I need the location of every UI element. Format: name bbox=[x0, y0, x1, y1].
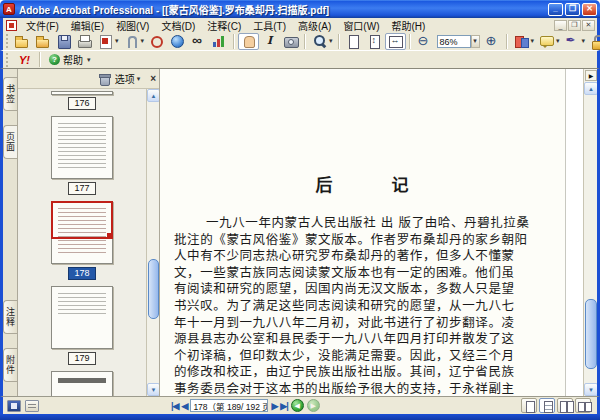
organizer-button[interactable] bbox=[32, 33, 53, 50]
review-button[interactable] bbox=[146, 33, 167, 50]
thumbnail-page-image[interactable] bbox=[51, 201, 113, 264]
scroll-up-icon[interactable]: ▲ bbox=[584, 82, 597, 95]
note-tool-button[interactable]: ▾ bbox=[536, 33, 562, 50]
thumbnail-viewbox[interactable] bbox=[51, 201, 113, 239]
fit-width-button[interactable] bbox=[385, 33, 406, 50]
page-thumbnail-177[interactable]: 177 bbox=[51, 116, 113, 201]
next-page-button[interactable]: ▶ bbox=[271, 401, 277, 411]
thumbnail-page-image[interactable] bbox=[51, 371, 113, 396]
panel-close-icon[interactable]: × bbox=[150, 73, 156, 84]
yahoo-button[interactable]: Y! bbox=[13, 52, 36, 68]
scroll-down-icon[interactable]: ▼ bbox=[147, 383, 159, 396]
toolbar-grip[interactable] bbox=[6, 53, 10, 67]
page-thumbnail-179[interactable]: 179 bbox=[51, 286, 113, 371]
save-button[interactable] bbox=[53, 33, 74, 50]
snapshot-tool-button[interactable] bbox=[280, 33, 301, 50]
status-tray-icon-1[interactable] bbox=[7, 400, 21, 412]
options-menu[interactable]: 选项 bbox=[115, 71, 135, 86]
page-number-field[interactable]: 178（第 189/ 192 页） bbox=[190, 399, 268, 412]
chevron-down-icon[interactable]: ▾ bbox=[141, 37, 145, 45]
layout-single-page-button[interactable] bbox=[521, 398, 537, 413]
doc-minimize-button[interactable]: _ bbox=[554, 20, 567, 31]
minimize-button[interactable]: _ bbox=[548, 3, 563, 16]
scroll-down-icon[interactable]: ▼ bbox=[584, 383, 597, 396]
thumbnail-page-number[interactable]: 176 bbox=[68, 97, 95, 110]
actual-size-button[interactable] bbox=[343, 33, 364, 50]
create-pdf-button[interactable]: ▾ bbox=[95, 33, 121, 50]
menu-tools[interactable]: 工具(T) bbox=[247, 21, 292, 32]
usage-rights-button[interactable] bbox=[209, 33, 230, 50]
thumbnail-page-image[interactable] bbox=[51, 286, 113, 349]
zoom-level-combo[interactable]: 86%▾ bbox=[437, 35, 480, 48]
previous-view-button[interactable]: ◀ bbox=[291, 399, 304, 412]
status-tray-icon-2[interactable] bbox=[25, 400, 39, 412]
zoom-out-button[interactable] bbox=[414, 33, 435, 50]
title-bar[interactable]: A Adobe Acrobat Professional - [[蒙古风俗鉴].… bbox=[0, 0, 600, 18]
toolbar-separator bbox=[233, 34, 235, 49]
search-button[interactable] bbox=[188, 33, 209, 50]
close-button[interactable]: ✕ bbox=[582, 3, 597, 16]
menu-advanced[interactable]: 高级(A) bbox=[292, 21, 337, 32]
nav-tab-comments[interactable]: 注释 bbox=[3, 300, 17, 334]
toolbar-grip[interactable] bbox=[6, 34, 8, 48]
scroll-up-icon[interactable]: ▲ bbox=[147, 89, 159, 102]
zoom-in-button[interactable] bbox=[482, 33, 503, 50]
fit-page-button[interactable] bbox=[364, 33, 385, 50]
maximize-button[interactable]: ❐ bbox=[565, 3, 580, 16]
menu-view[interactable]: 视图(V) bbox=[110, 21, 155, 32]
scrollbar-thumb[interactable] bbox=[148, 259, 159, 319]
chevron-down-icon[interactable]: ▾ bbox=[556, 37, 560, 45]
nav-tab-pages[interactable]: 页面 bbox=[3, 125, 17, 159]
layout-continuous-facing-button[interactable] bbox=[557, 398, 573, 413]
panel-scrollbar[interactable]: ▲ ▼ bbox=[146, 89, 159, 396]
sign-button[interactable]: ▾ bbox=[562, 33, 588, 50]
chevron-down-icon[interactable]: ▾ bbox=[329, 37, 333, 45]
viewbox-resize-handle[interactable] bbox=[107, 233, 112, 238]
thumbnail-page-sliver[interactable] bbox=[51, 91, 113, 95]
menu-help[interactable]: 帮助(H) bbox=[385, 21, 431, 32]
chevron-down-icon[interactable]: ▾ bbox=[115, 37, 119, 45]
thumbnail-page-image[interactable] bbox=[51, 116, 113, 179]
thumbnail-page-number[interactable]: 177 bbox=[68, 182, 95, 195]
zoom-tool-button[interactable]: ▾ bbox=[309, 33, 335, 50]
print-button[interactable] bbox=[74, 33, 95, 50]
menu-edit[interactable]: 编辑(E) bbox=[65, 21, 110, 32]
document-icon[interactable] bbox=[6, 20, 17, 31]
thumbnail-page-number[interactable]: 178 bbox=[68, 267, 95, 280]
nav-tab-attachments[interactable]: 附件 bbox=[3, 348, 17, 382]
menu-comments[interactable]: 注释(C) bbox=[201, 21, 247, 32]
document-scrollbar[interactable]: ▶ ▲ ▼ bbox=[583, 69, 597, 396]
pdf-page[interactable]: 后 记 一九八一年内蒙古人民出版社 出 版了由哈、丹碧扎拉桑批注的《蒙古风俗鉴》… bbox=[160, 69, 565, 396]
next-view-button[interactable]: ▶ bbox=[307, 399, 320, 412]
trash-icon[interactable] bbox=[96, 71, 113, 86]
chevron-down-icon[interactable]: ▾ bbox=[471, 35, 480, 48]
secure-button[interactable]: ▾ bbox=[587, 33, 600, 50]
select-tool-button[interactable] bbox=[259, 33, 280, 50]
scrollbar-thumb[interactable] bbox=[585, 299, 597, 369]
chevron-down-icon[interactable]: ▾ bbox=[531, 37, 535, 45]
help-button[interactable]: ? 帮助 ▾ bbox=[44, 52, 96, 68]
menu-document[interactable]: 文档(D) bbox=[155, 21, 201, 32]
page-thumbnail-180[interactable] bbox=[51, 371, 113, 396]
layout-continuous-button[interactable] bbox=[539, 398, 555, 413]
doc-close-button[interactable]: ✕ bbox=[582, 20, 595, 31]
hand-tool-button[interactable] bbox=[238, 33, 259, 50]
page-thumbnail-176[interactable]: 176 bbox=[51, 91, 113, 116]
scrollbar-options-icon[interactable]: ▶ bbox=[585, 70, 597, 81]
page-thumbnail-178[interactable]: 178 bbox=[51, 201, 113, 286]
menu-file[interactable]: 文件(F) bbox=[20, 21, 65, 32]
first-page-button[interactable]: |◀ bbox=[171, 401, 178, 411]
doc-restore-button[interactable]: ❐ bbox=[568, 20, 581, 31]
organizer-folder-icon bbox=[34, 33, 51, 49]
thumbnail-page-number[interactable]: 179 bbox=[68, 352, 95, 365]
nav-tab-bookmarks[interactable]: 书签 bbox=[3, 77, 17, 111]
previous-page-button[interactable]: ◀ bbox=[181, 401, 187, 411]
menu-window[interactable]: 窗口(W) bbox=[337, 21, 385, 32]
open-button[interactable] bbox=[11, 33, 32, 50]
last-page-button[interactable]: ▶| bbox=[280, 401, 287, 411]
layout-facing-button[interactable] bbox=[575, 398, 591, 413]
web-button[interactable] bbox=[167, 33, 188, 50]
attach-file-button[interactable]: ▾ bbox=[121, 33, 147, 50]
chevron-down-icon[interactable]: ▾ bbox=[582, 37, 586, 45]
review-tracker-button[interactable]: ▾ bbox=[511, 33, 537, 50]
